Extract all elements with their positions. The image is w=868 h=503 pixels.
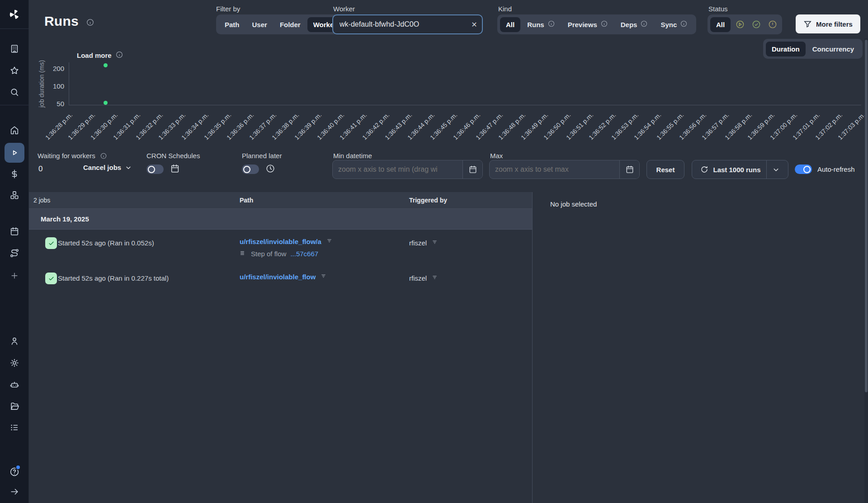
cron-schedules-label: CRON Schedules xyxy=(146,152,200,160)
workers-robot-icon[interactable] xyxy=(5,375,24,395)
triggers-route-icon[interactable] xyxy=(5,243,24,263)
add-plus-icon[interactable] xyxy=(5,266,24,286)
flow-run-link[interactable]: ...57c667 xyxy=(290,250,318,258)
kind-sync-info-icon xyxy=(680,20,688,29)
planned-clock-icon[interactable] xyxy=(265,164,275,175)
run-data-point[interactable] xyxy=(104,63,108,67)
kind-runs-info-icon xyxy=(547,20,555,29)
variables-dollar-icon[interactable] xyxy=(5,164,24,184)
auto-refresh-label: Auto-refresh xyxy=(817,165,855,173)
run-path-link[interactable]: u/rfiszel/inviolable_flow xyxy=(240,273,316,281)
x-tick-label: 1:36:55 p.m. xyxy=(638,111,685,158)
triggered-by-value: rfiszel xyxy=(409,239,427,247)
load-more-button[interactable]: Load more xyxy=(77,51,123,60)
status-group: All xyxy=(708,14,782,34)
success-check-icon xyxy=(45,237,57,249)
home-icon[interactable] xyxy=(5,120,24,140)
reset-button[interactable]: Reset xyxy=(646,160,684,179)
title-info-icon[interactable] xyxy=(86,14,94,30)
kind-runs[interactable]: Runs xyxy=(521,16,561,33)
audit-list-icon[interactable] xyxy=(5,418,24,437)
favorites-star-icon[interactable] xyxy=(5,61,24,80)
workspace-building-icon[interactable] xyxy=(5,39,24,59)
x-tick-label: 1:36:39 p.m. xyxy=(276,111,323,158)
kind-sync[interactable]: Sync xyxy=(655,16,693,33)
filter-by-path-icon[interactable] xyxy=(320,273,327,281)
collapse-arrow-icon[interactable] xyxy=(5,482,24,502)
x-tick-label: 1:36:30 p.m. xyxy=(72,111,119,158)
kind-deps[interactable]: Deps xyxy=(615,16,654,33)
settings-gear-icon[interactable] xyxy=(5,353,24,373)
min-datetime-input[interactable] xyxy=(333,165,462,174)
running-status-icon[interactable] xyxy=(733,18,747,31)
runs-play-icon[interactable] xyxy=(5,143,24,163)
button-divider xyxy=(766,160,767,179)
worker-input[interactable] xyxy=(333,20,467,28)
cron-toggle[interactable] xyxy=(146,165,164,174)
x-tick-label: 1:36:33 p.m. xyxy=(140,111,187,158)
funnel-icon xyxy=(803,20,812,28)
scrollbar[interactable] xyxy=(864,38,868,503)
filter-by-user-icon[interactable] xyxy=(431,274,438,282)
toggle-duration[interactable]: Duration xyxy=(766,42,806,56)
x-tick-label: 1:36:52 p.m. xyxy=(571,111,617,158)
x-tick-label: 1:36:29 p.m. xyxy=(50,111,96,158)
scrollbar-thumb[interactable] xyxy=(865,40,868,392)
filter-by-path[interactable]: Path xyxy=(219,17,245,32)
kind-all[interactable]: All xyxy=(500,17,520,32)
schedules-calendar-icon[interactable] xyxy=(5,221,24,241)
x-tick-label: 1:36:50 p.m. xyxy=(525,111,572,158)
chevron-down-icon xyxy=(772,166,780,174)
filter-by-user[interactable]: User xyxy=(246,17,273,32)
status-all[interactable]: All xyxy=(710,17,731,32)
worker-input-wrap: ✕ xyxy=(332,14,483,34)
filter-by-path-icon[interactable] xyxy=(326,237,333,246)
x-tick-label: 1:36:54 p.m. xyxy=(616,111,662,158)
chevron-down-icon xyxy=(125,164,132,171)
toggle-concurrency[interactable]: Concurrency xyxy=(807,42,860,56)
x-tick-label: 1:36:47 p.m. xyxy=(458,111,504,158)
failure-status-icon[interactable] xyxy=(766,18,779,31)
max-datetime-input-wrap xyxy=(489,160,640,179)
search-icon[interactable] xyxy=(5,82,24,102)
user-icon[interactable] xyxy=(5,331,24,351)
load-more-info-icon xyxy=(115,51,123,60)
job-detail-panel: No job selected xyxy=(533,192,868,503)
auto-refresh-toggle[interactable] xyxy=(795,165,812,174)
filter-by-folder[interactable]: Folder xyxy=(274,17,307,32)
kind-previews[interactable]: Previews xyxy=(562,16,614,33)
success-check-icon xyxy=(45,273,57,284)
filter-by-user-icon[interactable] xyxy=(431,239,438,247)
last-runs-button[interactable]: Last 1000 runs xyxy=(692,160,788,179)
cancel-jobs-button[interactable]: Cancel jobs xyxy=(83,164,132,171)
folders-icon[interactable] xyxy=(5,396,24,416)
success-status-icon[interactable] xyxy=(750,18,763,31)
sidebar xyxy=(0,0,29,503)
table-row[interactable]: Started 52s ago (Ran in 0.227s total) u/… xyxy=(29,265,532,290)
clear-worker-icon[interactable]: ✕ xyxy=(467,20,482,29)
kind-deps-info-icon xyxy=(640,20,648,29)
x-axis-line xyxy=(69,105,861,105)
jobs-count: 2 jobs xyxy=(29,197,240,204)
run-data-point[interactable] xyxy=(104,101,108,105)
cron-calendar-icon[interactable] xyxy=(170,164,180,175)
x-tick-label: 1:36:32 p.m. xyxy=(118,111,164,158)
resources-cubes-icon[interactable] xyxy=(5,185,24,205)
x-tick-label: 1:36:57 p.m. xyxy=(684,111,731,158)
runs-page: Runs Filter by Path User Folder Worker ⋮… xyxy=(0,0,868,503)
path-column-header: Path xyxy=(240,197,409,204)
more-filters-button[interactable]: More filters xyxy=(796,14,860,33)
max-datetime-label: Max xyxy=(490,152,503,160)
run-path-link[interactable]: u/rfiszel/inviolable_flow/a xyxy=(240,238,321,245)
filter-by-label: Filter by xyxy=(216,5,240,13)
waiting-workers-label: Waiting for workers xyxy=(38,152,107,161)
table-row[interactable]: Started 52s ago (Ran in 0.052s) u/rfisze… xyxy=(29,230,532,265)
max-datetime-input[interactable] xyxy=(490,165,619,174)
windmill-logo[interactable] xyxy=(0,0,29,29)
view-toggle: Duration Concurrency xyxy=(763,39,863,59)
help-icon[interactable] xyxy=(5,462,24,482)
planned-toggle[interactable] xyxy=(242,165,259,174)
min-calendar-icon[interactable] xyxy=(462,160,482,179)
max-calendar-icon[interactable] xyxy=(619,160,639,179)
x-tick-label: 1:36:45 p.m. xyxy=(412,111,459,158)
